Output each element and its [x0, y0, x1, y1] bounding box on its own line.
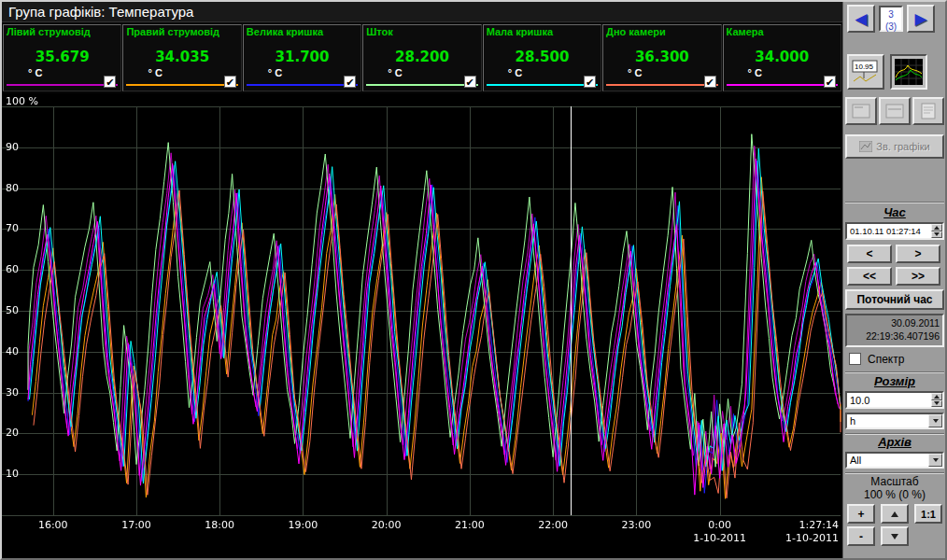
channel-value: 35.679 — [4, 49, 120, 65]
x-axis-label: 1:27:14 — [781, 519, 839, 531]
prev-group-button[interactable]: ◀ — [847, 5, 875, 33]
dropdown-button[interactable] — [928, 414, 942, 427]
channel-color-line — [727, 84, 838, 86]
channel-visibility-checkbox[interactable]: ✔ — [104, 76, 116, 88]
tool-button-2[interactable] — [879, 97, 911, 125]
separator — [845, 202, 944, 203]
x-axis-label: 0:00 — [692, 519, 748, 531]
channel-box: Велика кришка31.700° C✔ — [243, 24, 361, 91]
value-marker-button[interactable]: 10.95 — [847, 54, 884, 90]
x-axis-label: 20:00 — [359, 519, 415, 531]
channel-value: 34.035 — [123, 49, 240, 65]
triangle-down-icon — [933, 458, 939, 462]
spin-up-button[interactable] — [931, 393, 942, 400]
cursor-date: 30.09.2011 — [850, 316, 940, 329]
trend-viewer-window: Група графіків: Температура Лівий струмо… — [0, 0, 947, 560]
y-axis-label: 70 — [6, 222, 19, 234]
pager-total: (3) — [881, 21, 901, 33]
chart-area: 100 %90807060504030201016:0017:0018:0019… — [2, 93, 842, 558]
channel-unit: ° C — [28, 67, 42, 78]
scale-scroll-up-button[interactable] — [881, 504, 909, 524]
channel-name: Шток — [363, 25, 480, 38]
jump-forward-button[interactable]: >> — [896, 267, 940, 286]
group-pager: 3 (3) — [879, 6, 903, 32]
triangle-down-icon — [934, 401, 940, 405]
channel-color-line — [7, 84, 118, 86]
zoom-out-button[interactable]: - — [847, 526, 875, 546]
step-back-button[interactable]: < — [847, 245, 892, 263]
triangle-down-icon — [933, 419, 939, 423]
spin-down-button[interactable] — [931, 231, 942, 239]
cursor-time: 22:19:36.407196 — [850, 329, 940, 343]
channel-value: 31.700 — [244, 49, 360, 65]
spectrum-checkbox[interactable] — [849, 353, 861, 365]
triangle-up-icon — [934, 226, 940, 230]
trend-plot[interactable] — [2, 93, 842, 558]
channel-visibility-checkbox[interactable]: ✔ — [584, 76, 596, 88]
x-axis-label: 23:00 — [608, 519, 664, 531]
arrow-right-icon: ▶ — [914, 11, 926, 27]
channel-box: Мала кришка28.500° C✔ — [483, 24, 601, 91]
control-panel: ◀ 3 (3) ▶ 10.95 — [842, 2, 945, 558]
size-spinner — [931, 393, 942, 407]
dropdown-button[interactable] — [928, 454, 942, 467]
page-title: Група графіків: Температура — [2, 2, 842, 22]
channel-color-line — [366, 84, 477, 86]
next-group-button[interactable]: ▶ — [907, 5, 935, 33]
x-axis-date: 1-10-2011 — [692, 532, 748, 544]
spin-down-button[interactable] — [931, 400, 942, 408]
datetime-spin-field[interactable]: 01.10.11 01:27:14 — [845, 222, 944, 240]
spin-up-button[interactable] — [931, 224, 942, 231]
channel-visibility-checkbox[interactable]: ✔ — [704, 76, 716, 88]
channel-visibility-checkbox[interactable]: ✔ — [224, 76, 236, 88]
archive-section-header: Архів — [845, 435, 944, 449]
show-graph-button[interactable] — [890, 54, 927, 90]
step-forward-button[interactable]: > — [896, 245, 940, 263]
scale-value: 100 % (0 %) — [845, 488, 944, 501]
tool-button-1[interactable] — [845, 97, 877, 125]
x-axis-label: 19:00 — [275, 519, 331, 531]
zoom-in-button[interactable]: + — [847, 504, 875, 524]
channel-name: Мала кришка — [484, 25, 601, 38]
channel-unit: ° C — [508, 67, 522, 78]
separator — [845, 371, 944, 373]
x-axis-label: 22:00 — [525, 519, 581, 531]
archive-dropdown[interactable]: All — [845, 452, 944, 469]
channel-unit: ° C — [148, 67, 162, 78]
channel-color-line — [247, 84, 358, 86]
x-axis-date: 1-10-2011 — [781, 532, 839, 544]
channel-unit: ° C — [268, 67, 282, 78]
y-axis-top-label: 100 % — [6, 95, 38, 107]
channel-unit: ° C — [748, 67, 762, 78]
ghost-window-icon — [851, 102, 871, 120]
channel-visibility-checkbox[interactable]: ✔ — [464, 76, 476, 88]
channel-box: Правий струмовід34.035° C✔ — [122, 24, 241, 91]
linked-graphs-icon — [859, 141, 872, 152]
channel-box: Лівий струмовід35.679° C✔ — [3, 24, 121, 91]
one-to-one-button[interactable]: 1:1 — [914, 504, 942, 524]
y-axis-label: 60 — [6, 263, 19, 275]
datetime-value: 01.10.11 01:27:14 — [850, 226, 929, 236]
channel-name: Велика кришка — [244, 25, 360, 38]
channel-color-line — [126, 84, 237, 86]
linked-graphs-button[interactable]: Зв. графіки — [845, 134, 944, 159]
y-axis-label: 90 — [6, 141, 19, 153]
channel-visibility-checkbox[interactable]: ✔ — [344, 76, 356, 88]
y-axis-label: 50 — [6, 304, 19, 316]
size-spin-field[interactable]: 10.0 — [845, 391, 944, 409]
legend: Лівий струмовід35.679° C✔Правий струмові… — [2, 22, 842, 93]
channel-name: Дно камери — [603, 25, 720, 38]
channel-visibility-checkbox[interactable]: ✔ — [824, 76, 836, 88]
y-axis-label: 10 — [6, 468, 19, 480]
channel-color-line — [606, 84, 717, 86]
channel-name: Лівий струмовід — [4, 25, 120, 38]
size-unit-dropdown[interactable]: h — [845, 413, 944, 429]
scale-scroll-down-button[interactable] — [881, 526, 909, 546]
channel-name: Камера — [724, 25, 841, 38]
graph-view-icon — [895, 59, 923, 85]
triangle-up-icon — [891, 511, 898, 517]
y-axis-label: 40 — [6, 345, 19, 357]
jump-back-button[interactable]: << — [847, 267, 892, 286]
current-time-button[interactable]: Поточний час — [845, 289, 944, 310]
tool-button-3[interactable] — [912, 97, 944, 125]
